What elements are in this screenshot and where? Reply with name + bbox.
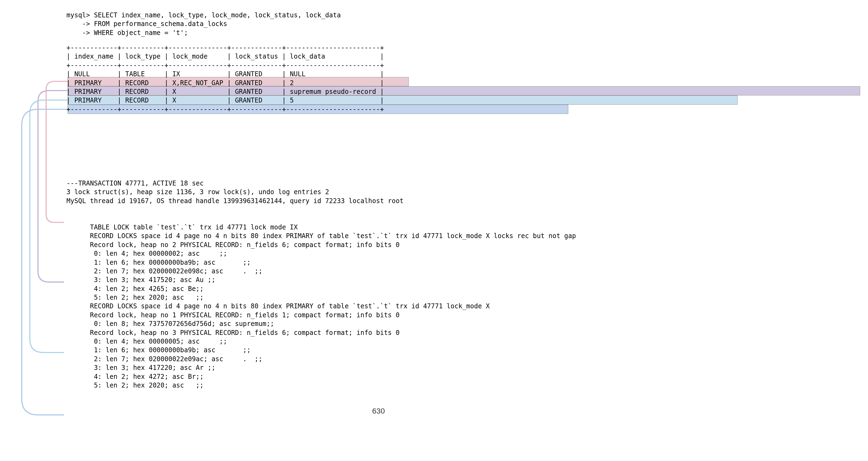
status-line: 3 lock struct(s), heap size 1136, 3 row … <box>66 188 576 196</box>
mysql-cont: -> <box>66 20 90 28</box>
record-lock-block-2: Record lock, heap no 1 PHYSICAL RECORD: … <box>66 293 576 302</box>
result-table: +------------+-----------+--------------… <box>66 43 384 114</box>
record-lock-block-1: 4: len 2; hex 4265; asc Be;; <box>66 267 576 276</box>
page-number: 630 <box>372 406 385 416</box>
record-lock-block-2: RECORD LOCKS space id 4 page no 4 n bits… <box>66 284 576 293</box>
mysql-prompt: mysql> <box>66 11 90 19</box>
table-row-4: | PRIMARY | RECORD | X | GRANTED | 5 | <box>66 96 384 105</box>
record-lock-block-1: 2: len 7; hex 020000022e098c; asc . ;; <box>66 249 576 258</box>
table-header: | index_name | lock_type | lock_mode | l… <box>66 52 384 61</box>
table-row-1: | NULL | TABLE | IX | GRANTED | NULL | <box>66 70 384 79</box>
record-lock-block-3: 0: len 4; hex 00000005; asc ;; <box>66 319 576 328</box>
innodb-status: ---TRANSACTION 47771, ACTIVE 18 sec 3 lo… <box>66 179 576 372</box>
record-lock-block-1: 0: len 4; hex 00000002; asc ;; <box>66 232 576 240</box>
record-lock-block-3: 2: len 7; hex 020000022e09ac; asc . ;; <box>66 337 576 346</box>
record-lock-block-3: 1: len 6; hex 00000000ba9b; asc ;; <box>66 328 576 337</box>
record-lock-block-3: 4: len 2; hex 4272; asc Br;; <box>66 355 576 363</box>
table-border: +------------+-----------+--------------… <box>66 105 384 114</box>
record-lock-block-1: RECORD LOCKS space id 4 page no 4 n bits… <box>66 214 576 223</box>
mysql-cont: -> <box>66 29 90 37</box>
record-lock-block-2: 0: len 8; hex 73757072656d756d; asc supr… <box>66 302 576 310</box>
sql-line-3: WHERE object_name = 't'; <box>94 29 188 37</box>
table-row-2: | PRIMARY | RECORD | X,REC_NOT_GAP | GRA… <box>66 79 384 87</box>
table-border: +------------+-----------+--------------… <box>66 43 384 52</box>
table-row-3: | PRIMARY | RECORD | X | GRANTED | supre… <box>66 87 384 96</box>
record-lock-block-1: 5: len 2; hex 2020; asc ;; <box>66 276 576 284</box>
record-lock-block-1: Record lock, heap no 2 PHYSICAL RECORD: … <box>66 223 576 232</box>
sql-line-2: FROM performance_schema.data_locks <box>94 20 227 28</box>
record-lock-block-3: 3: len 3; hex 417220; asc Ar ;; <box>66 346 576 355</box>
record-lock-block-3: 5: len 2; hex 2020; asc ;; <box>66 363 576 372</box>
record-lock-block-3: Record lock, heap no 3 PHYSICAL RECORD: … <box>66 311 576 319</box>
sql-line-1: SELECT index_name, lock_type, lock_mode,… <box>94 11 341 19</box>
record-lock-block-1: 3: len 3; hex 417520; asc Au ;; <box>66 258 576 267</box>
status-line: ---TRANSACTION 47771, ACTIVE 18 sec <box>66 179 576 188</box>
status-line: MySQL thread id 19167, OS thread handle … <box>66 196 576 205</box>
sql-query: mysql> SELECT index_name, lock_type, loc… <box>66 11 341 37</box>
table-border: +------------+-----------+--------------… <box>66 61 384 70</box>
table-lock-line: TABLE LOCK table `test`.`t` trx id 47771… <box>66 205 576 214</box>
record-lock-block-1: 1: len 6; hex 00000000ba9b; asc ;; <box>66 241 576 249</box>
